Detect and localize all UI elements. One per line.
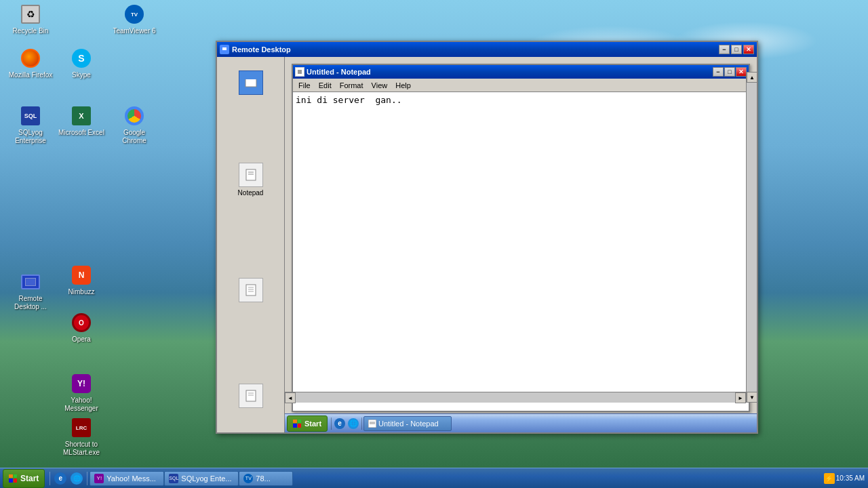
rd-sidebar-icon-2[interactable]: Notepad bbox=[238, 163, 264, 197]
rd-sidebar-icon-1-img bbox=[239, 70, 263, 95]
start-button[interactable]: Start bbox=[3, 469, 45, 488]
scroll-up-btn[interactable]: ▲ bbox=[747, 72, 757, 83]
taskbar-tv-task[interactable]: TV 78... bbox=[239, 471, 293, 486]
recycle-bin-label: Recycle Bin bbox=[13, 27, 49, 35]
rd-maximize-btn[interactable]: □ bbox=[731, 45, 742, 54]
np-menubar: File Edit Format View Help bbox=[293, 79, 749, 92]
np-close-btn[interactable]: ✕ bbox=[736, 67, 747, 77]
taskbar-ie-icon[interactable]: e bbox=[53, 471, 68, 486]
np-minimize-btn[interactable]: − bbox=[713, 67, 724, 77]
teamviewer-label: TeamViewer 6 bbox=[113, 27, 155, 35]
desktop-icon-sqlyog[interactable]: SQL SQLyog Enterprise bbox=[7, 105, 54, 145]
np-titlebar[interactable]: Untitled - Notepad − □ ✕ bbox=[293, 65, 749, 79]
mlstart-icon: LRC bbox=[71, 417, 92, 439]
rd-minimize-btn[interactable]: − bbox=[719, 45, 730, 54]
desktop-icon-firefox[interactable]: Mozilla Firefox bbox=[7, 47, 54, 79]
start-windows-logo bbox=[9, 474, 17, 483]
desktop-icon-remote[interactable]: Remote Desktop ... bbox=[7, 271, 54, 311]
rd-notepad-task[interactable]: Untitled - Notepad bbox=[363, 416, 452, 431]
windows-logo-icon bbox=[293, 420, 301, 428]
scroll-down-btn[interactable]: ▼ bbox=[747, 392, 757, 403]
nimbuzz-icon: N bbox=[71, 264, 92, 286]
np-menu-format[interactable]: Format bbox=[336, 81, 368, 90]
scroll-left-btn[interactable]: ◄ bbox=[285, 392, 296, 403]
mlstart-label: Shortcut to MLStart.exe bbox=[58, 441, 105, 457]
np-textarea[interactable]: ini di server gan.. bbox=[293, 92, 749, 411]
svg-rect-4 bbox=[246, 169, 256, 180]
rd-sidebar-icon-4-img bbox=[239, 384, 263, 408]
np-window-icon bbox=[295, 67, 304, 77]
teamviewer-icon: TV bbox=[123, 3, 145, 25]
desktop-icon-recycle-bin[interactable]: ♻ Recycle Bin bbox=[7, 3, 54, 35]
start-label: Start bbox=[20, 474, 39, 483]
rd-titlebar[interactable]: Remote Desktop − □ ✕ bbox=[217, 42, 757, 57]
rd-start-button[interactable]: Start bbox=[287, 415, 328, 432]
svg-rect-2 bbox=[245, 79, 256, 87]
svg-rect-3 bbox=[244, 77, 258, 79]
nimbuzz-label: Nimbuzz bbox=[68, 288, 95, 296]
scroll-right-btn[interactable]: ► bbox=[735, 392, 746, 403]
np-maximize-btn[interactable]: □ bbox=[724, 67, 735, 77]
sqlyog-icon: SQL bbox=[20, 105, 41, 127]
yahoo-label: Yahoo! Messenger bbox=[58, 396, 105, 413]
taskbar-tv-label: 78... bbox=[256, 474, 270, 483]
excel-label: Microsoft Excel bbox=[58, 129, 104, 137]
desktop-icon-nimbuzz[interactable]: N Nimbuzz bbox=[58, 264, 105, 296]
desktop-icon-excel[interactable]: X Microsoft Excel bbox=[58, 105, 105, 137]
desktop-icon-opera[interactable]: O Opera bbox=[58, 312, 105, 344]
rd-sidebar-icon-3-img bbox=[239, 278, 263, 302]
taskbar-sqlyog-label: SQLyog Ente... bbox=[181, 474, 231, 483]
taskbar-divider-2 bbox=[87, 472, 87, 485]
rd-sidebar-icon-1[interactable] bbox=[239, 70, 263, 95]
rd-title-text: Remote Desktop bbox=[232, 45, 719, 54]
desktop-icon-teamviewer[interactable]: TV TeamViewer 6 bbox=[111, 3, 158, 35]
rd-inner-taskbar: Start e 🌐 Untitled - Notepad bbox=[285, 413, 757, 432]
svg-rect-11 bbox=[246, 390, 256, 401]
desktop-icon-yahoo[interactable]: Y! Yahoo! Messenger bbox=[58, 373, 105, 413]
np-menu-view[interactable]: View bbox=[368, 81, 392, 90]
excel-icon: X bbox=[71, 105, 92, 127]
desktop: ♻ Recycle Bin Mozilla Firefox S Skype SQ… bbox=[0, 0, 868, 488]
taskbar-sqlyog-task[interactable]: SQL SQLyog Ente... bbox=[164, 471, 239, 486]
tray-icon-1[interactable]: ⚡ bbox=[824, 473, 835, 484]
rd-window-icon bbox=[220, 45, 229, 54]
rd-taskbar-ie-icon[interactable]: e bbox=[333, 417, 347, 430]
firefox-icon bbox=[20, 47, 41, 69]
rd-sidebar-icon-4[interactable] bbox=[239, 384, 263, 408]
desktop-icon-chrome[interactable]: Google Chrome bbox=[111, 105, 158, 145]
rd-close-btn[interactable]: ✕ bbox=[743, 45, 754, 54]
skype-icon: S bbox=[71, 47, 92, 69]
np-menu-edit[interactable]: Edit bbox=[315, 81, 336, 90]
scroll-track-v bbox=[747, 83, 757, 392]
remote-label: Remote Desktop ... bbox=[7, 295, 54, 311]
chrome-label: Google Chrome bbox=[111, 129, 158, 145]
rd-taskbar-ie2-icon[interactable]: 🌐 bbox=[347, 417, 360, 430]
rd-start-label: Start bbox=[304, 420, 321, 428]
svg-rect-1 bbox=[222, 47, 226, 50]
taskbar-yahoo-task[interactable]: Y! Yahoo! Mess... bbox=[90, 471, 164, 486]
scroll-track-h bbox=[296, 392, 735, 403]
np-title-text: Untitled - Notepad bbox=[307, 68, 713, 76]
rd-sidebar-icon-2-img bbox=[239, 163, 263, 187]
firefox-label: Mozilla Firefox bbox=[9, 71, 52, 79]
rd-scrollbar-right[interactable]: ▲ ▼ bbox=[746, 72, 757, 403]
taskbar: Start e 🌐 Y! Yahoo! Mess... SQL SQLyog E… bbox=[0, 468, 868, 488]
rd-sidebar-icon-3[interactable] bbox=[239, 278, 263, 302]
np-menu-help[interactable]: Help bbox=[391, 81, 415, 90]
recycle-bin-icon: ♻ bbox=[20, 3, 41, 25]
clock: 10:35 AM bbox=[836, 474, 865, 482]
rd-content: Notepad bbox=[217, 57, 757, 432]
rd-sidebar-notepad-label: Notepad bbox=[238, 189, 264, 197]
taskbar-divider-1 bbox=[50, 472, 50, 485]
yahoo-icon: Y! bbox=[71, 373, 92, 394]
desktop-icon-mlstart[interactable]: LRC Shortcut to MLStart.exe bbox=[58, 417, 105, 457]
taskbar-yahoo-label: Yahoo! Mess... bbox=[106, 474, 156, 483]
rd-taskbar-divider2 bbox=[361, 418, 362, 430]
taskbar-ie2-icon[interactable]: 🌐 bbox=[69, 471, 84, 486]
np-menu-file[interactable]: File bbox=[294, 81, 315, 90]
rd-taskbar-divider bbox=[331, 418, 332, 430]
rd-sidebar: Notepad bbox=[217, 57, 285, 432]
rd-scrollbar-bottom[interactable]: ◄ ► bbox=[285, 392, 746, 403]
desktop-icon-skype[interactable]: S Skype bbox=[58, 47, 105, 79]
remote-desktop-icon bbox=[20, 271, 41, 293]
